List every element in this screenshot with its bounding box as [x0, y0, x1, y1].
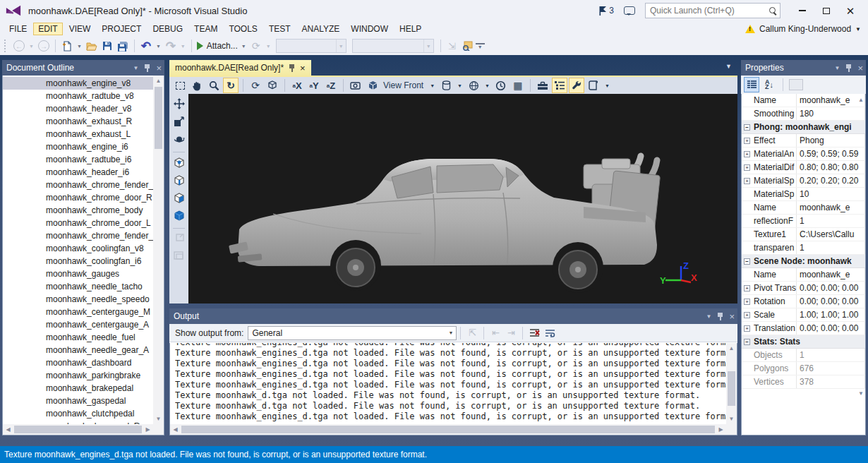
property-row[interactable]: reflectionF1 — [742, 215, 865, 228]
wireframe-button[interactable] — [438, 78, 454, 93]
alphabetical-sort-button[interactable]: AZ↓ — [761, 77, 777, 92]
new-file-caret-icon[interactable]: ▼ — [75, 44, 84, 49]
attach-caret-icon[interactable]: ▼ — [239, 44, 248, 49]
property-value[interactable]: Phong — [797, 134, 865, 147]
property-value[interactable]: 378 — [797, 375, 865, 388]
outline-vertical-scrollbar[interactable]: ▲ ▼ — [153, 76, 164, 424]
scroll-down-icon[interactable]: ▼ — [153, 414, 164, 424]
quick-launch-input[interactable] — [650, 6, 768, 16]
property-value[interactable]: C:\Users\Callu — [797, 228, 865, 241]
select-object-mode-button[interactable] — [174, 210, 185, 223]
search-solution-button[interactable] — [460, 38, 476, 54]
scroll-left-icon[interactable]: ◀ — [3, 426, 13, 433]
property-row[interactable]: Namemoonhawk_e — [742, 268, 865, 282]
property-row[interactable]: +Pivot Trans0.00; 0.00; 0.00 — [742, 282, 865, 295]
outline-item[interactable]: moonhawk_chrome_door_L — [3, 217, 153, 229]
property-value[interactable]: 1 — [797, 215, 865, 227]
feedback-icon[interactable] — [624, 6, 635, 15]
select-face-mode-button[interactable] — [174, 193, 185, 205]
property-value[interactable]: 0.00; 0.00; 0.00 — [797, 322, 865, 335]
properties-close-icon[interactable]: × — [857, 64, 863, 73]
grid-toggle-button[interactable]: ▦ — [510, 78, 526, 93]
properties-titlebar[interactable]: Properties ▼ × — [741, 60, 866, 76]
find-in-files-button[interactable]: ⇲ — [445, 38, 460, 54]
view-orientation-caret-icon[interactable]: ▼ — [428, 83, 437, 88]
tab-pin-icon[interactable] — [289, 64, 294, 72]
select-point-mode-button[interactable] — [174, 157, 185, 170]
menu-help[interactable]: HELP — [394, 23, 426, 35]
property-value[interactable]: 0.00; 0.00; 0.00 — [797, 282, 865, 294]
maximize-button[interactable] — [814, 1, 838, 20]
scroll-up-icon[interactable]: ▲ — [153, 76, 164, 86]
wireframe-caret-icon[interactable]: ▼ — [455, 83, 464, 88]
expand-icon[interactable]: + — [744, 325, 750, 332]
disabled-tool-button-2[interactable] — [174, 251, 184, 263]
outline-horizontal-scrollbar[interactable]: ◀ ▶ — [3, 424, 153, 435]
property-value[interactable]: 1 — [797, 241, 865, 254]
output-close-icon[interactable]: × — [729, 312, 735, 321]
outline-item[interactable]: moonhawk_coolingfan_v8 — [3, 242, 153, 255]
outline-item[interactable]: moonhawk_centergauge_A — [3, 318, 153, 331]
save-all-button[interactable] — [115, 38, 131, 54]
property-row[interactable]: +Translation0.00; 0.00; 0.00 — [742, 322, 865, 335]
document-list-caret-icon[interactable]: ▼ — [725, 60, 737, 76]
output-horizontal-scrollbar[interactable]: ◀ ▶ — [170, 424, 726, 435]
close-button[interactable]: ✕ — [838, 1, 862, 20]
select-edge-mode-button[interactable] — [174, 175, 185, 188]
output-source-combo[interactable]: General ▼ — [248, 326, 457, 340]
rotate-mode-button[interactable] — [174, 134, 185, 147]
outline-item[interactable]: moonhawk_needle_speedo — [3, 293, 153, 306]
property-row[interactable]: Vertices378 — [742, 375, 865, 389]
outline-item[interactable]: moonhawk_needle_gear_A — [3, 344, 153, 356]
expand-icon[interactable]: + — [744, 164, 750, 171]
toolbar-grip[interactable] — [4, 40, 8, 52]
property-pages-button[interactable] — [789, 79, 803, 90]
redo-button[interactable]: ↷ — [163, 38, 179, 54]
outline-item[interactable]: moonhawk_centergauge_M — [3, 306, 153, 318]
properties-scroll-up-icon[interactable]: ▲ — [856, 97, 866, 103]
outline-close-icon[interactable]: × — [156, 64, 162, 73]
menu-team[interactable]: TEAM — [189, 23, 222, 35]
expand-icon[interactable]: + — [744, 138, 750, 144]
outline-item[interactable]: moonhawk_chrome_fender_R — [3, 179, 153, 191]
next-message-button[interactable]: ⇥ — [503, 325, 519, 341]
scale-mode-button[interactable] — [174, 116, 184, 129]
property-row[interactable]: transparen1 — [742, 241, 865, 255]
menu-test[interactable]: TEST — [264, 23, 296, 35]
output-scroll-right-icon[interactable]: ▶ — [716, 426, 726, 433]
new-file-button[interactable] — [59, 38, 75, 54]
menu-tools[interactable]: TOOLS — [224, 23, 262, 35]
property-value[interactable]: 0.20; 0.20; 0.20 — [797, 174, 865, 187]
outline-pin-icon[interactable] — [145, 64, 150, 72]
property-value[interactable]: 676 — [797, 362, 865, 375]
output-pin-icon[interactable] — [718, 313, 723, 320]
material-button[interactable] — [466, 78, 481, 93]
quick-launch-box[interactable] — [645, 3, 780, 18]
render-mode-button[interactable] — [348, 78, 363, 93]
restart-button[interactable]: ⟳ — [248, 38, 264, 54]
expand-icon[interactable]: + — [744, 178, 750, 184]
output-console[interactable]: Texture moonhawk_engines_d.tga not loade… — [169, 343, 737, 435]
property-value[interactable]: 180 — [797, 107, 865, 120]
property-row[interactable]: Namemoonhawk_e — [742, 94, 865, 107]
outline-hscroll-thumb[interactable] — [14, 426, 142, 433]
document-outline-titlebar[interactable]: Document Outline ▼ × — [2, 60, 164, 76]
outline-item[interactable]: moonhawk_engine_v8 — [3, 77, 153, 90]
property-row[interactable]: Smoothing180 — [742, 107, 865, 121]
open-file-button[interactable] — [84, 38, 100, 54]
user-account-button[interactable]: Callum King-Underwood — [759, 24, 851, 34]
scroll-right-icon[interactable]: ▶ — [143, 426, 153, 433]
navigate-back-button[interactable]: ← — [11, 38, 27, 54]
property-value[interactable]: 0.59; 0.59; 0.59 — [797, 148, 865, 160]
property-row[interactable]: +MaterialSp0.20; 0.20; 0.20 — [742, 174, 865, 188]
document-tab[interactable]: moonhawk.DAE[Read Only]* × — [169, 60, 311, 76]
property-row[interactable]: Namemoonhawk_e — [742, 201, 865, 215]
platform-combo[interactable]: ▼ — [352, 39, 434, 53]
property-row[interactable]: Objects1 — [742, 349, 865, 362]
property-row[interactable]: +MaterialDif0.80; 0.80; 0.80 — [742, 161, 865, 174]
outline-item[interactable]: moonhawk_clutchpedal — [3, 407, 153, 420]
word-wrap-button[interactable] — [542, 325, 557, 341]
lock-y-axis-button[interactable]: aY — [306, 78, 322, 93]
outline-scroll-thumb[interactable] — [155, 87, 162, 149]
script-button[interactable] — [586, 78, 601, 93]
